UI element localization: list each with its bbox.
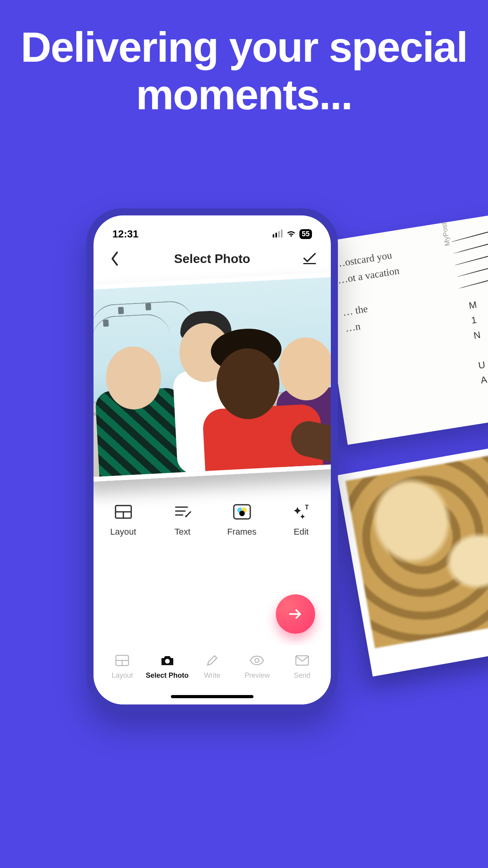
home-indicator [171,695,253,698]
postcard-message-text: …ostcard you …ot a vacation … the …n [334,237,463,337]
svg-point-20 [255,658,259,662]
tab-label: Select Photo [146,671,189,680]
svg-text:T: T [305,504,309,511]
tab-layout[interactable]: Layout [101,653,144,680]
tool-label: Frames [227,527,257,537]
edit-sparkle-icon: T [292,502,311,521]
postcard-address-text: M 1 N U A [468,297,488,388]
back-button[interactable] [106,250,123,267]
phone-screen: 12:31 55 Select Photo [94,215,331,704]
tool-frames[interactable]: Frames [224,502,260,537]
layout-icon [114,502,133,521]
svg-rect-0 [273,234,274,237]
confirm-button[interactable] [301,250,318,267]
svg-point-14 [239,511,245,516]
tab-write[interactable]: Write [191,653,234,680]
next-fab[interactable] [276,594,315,634]
svg-rect-4 [303,263,316,264]
tab-send[interactable]: Send [281,653,324,680]
cablecar-decor [94,300,194,344]
status-bar: 12:31 55 [94,215,331,243]
battery-indicator: 55 [299,229,312,239]
svg-point-19 [165,659,170,664]
signal-icon [273,228,283,240]
tool-text[interactable]: Text [165,502,200,537]
polaroid-image [345,452,488,648]
tool-label: Text [174,527,190,537]
tool-edit[interactable]: T Edit [283,502,319,537]
tool-label: Edit [294,527,309,537]
svg-rect-2 [278,231,280,237]
promo-headline: Delivering your special moments... [0,24,488,119]
wifi-icon [286,228,296,240]
envelope-icon [294,653,310,668]
pencil-icon [204,653,220,668]
text-icon [173,502,192,521]
phone-frame: 12:31 55 Select Photo [86,208,338,712]
page-title: Select Photo [123,252,301,266]
frames-icon [233,502,251,521]
tool-label: Layout [110,527,136,537]
camera-icon [160,653,175,668]
eye-icon [249,653,265,668]
check-underline-icon [303,253,317,265]
selected-photo-card[interactable] [94,271,331,482]
postmark-lines [469,213,488,293]
top-nav: Select Photo [94,243,331,274]
tab-label: Send [294,671,310,680]
tab-select-photo[interactable]: Select Photo [146,653,189,680]
tab-preview[interactable]: Preview [235,653,279,680]
polaroid-photo-card [337,444,488,677]
svg-rect-1 [275,233,277,237]
status-time: 12:31 [112,228,139,240]
chevron-left-icon [110,251,119,267]
tab-label: Write [204,671,220,680]
layout-icon [114,653,130,668]
tab-label: Preview [244,671,270,680]
arrow-right-icon [286,605,305,623]
tab-label: Layout [112,671,133,680]
svg-rect-3 [281,230,283,237]
photo-preview-area [94,274,331,479]
tool-row: Layout Text Frames T Edit [94,502,331,537]
tool-layout[interactable]: Layout [105,502,141,537]
bottom-tab-bar: Layout Select Photo Write Preview [94,645,331,704]
postcard-back-card: …ostcard you …ot a vacation … the …n MyP… [316,200,488,445]
